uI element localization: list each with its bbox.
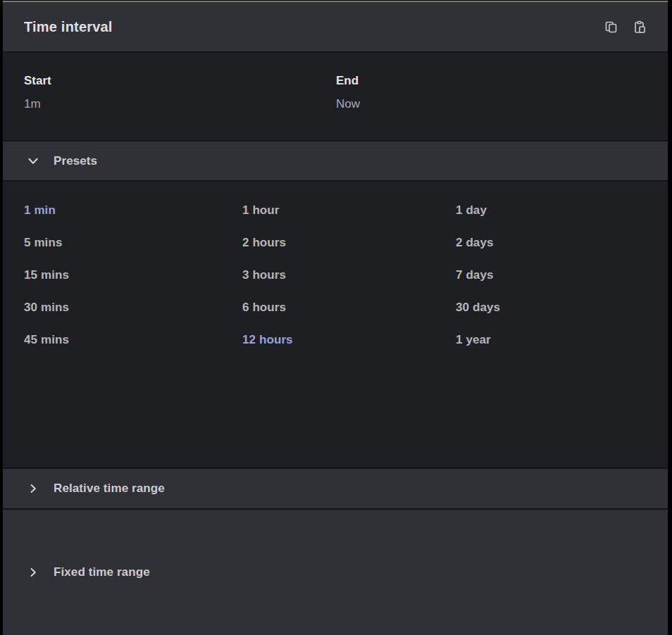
section-relative-label: Relative time range xyxy=(54,482,165,496)
section-relative-header[interactable]: Relative time range xyxy=(3,469,668,508)
presets-column-hours: 1 hour 2 hours 3 hours 6 hours 12 hours xyxy=(242,194,456,356)
preset-45-mins[interactable]: 45 mins xyxy=(24,324,242,356)
preset-1-year[interactable]: 1 year xyxy=(456,324,653,356)
preset-1-min[interactable]: 1 min xyxy=(24,194,242,227)
preset-1-day[interactable]: 1 day xyxy=(456,194,653,227)
end-value[interactable]: Now xyxy=(336,97,360,111)
section-presets-header[interactable]: Presets xyxy=(3,142,668,180)
preset-3-hours[interactable]: 3 hours xyxy=(242,259,456,291)
copy-icon xyxy=(604,20,618,34)
preset-30-mins[interactable]: 30 mins xyxy=(24,291,242,324)
presets-column-days: 1 day 2 days 7 days 30 days 1 year xyxy=(456,194,653,356)
preset-7-days[interactable]: 7 days xyxy=(456,259,653,291)
preset-2-days[interactable]: 2 days xyxy=(456,227,653,259)
panel-header: Time interval xyxy=(3,2,668,51)
preset-1-hour[interactable]: 1 hour xyxy=(242,194,456,227)
end-block: End Now xyxy=(336,74,360,111)
paste-button[interactable] xyxy=(633,20,647,34)
chevron-down-icon xyxy=(26,155,40,168)
range-summary: Start 1m End Now xyxy=(3,53,668,140)
section-fixed-label: Fixed time range xyxy=(54,565,150,579)
time-interval-panel: Time interval xyxy=(3,1,668,635)
preset-30-days[interactable]: 30 days xyxy=(456,291,653,324)
header-actions xyxy=(604,20,647,34)
preset-12-hours[interactable]: 12 hours xyxy=(242,324,456,356)
paste-icon xyxy=(633,20,647,34)
section-fixed-header[interactable]: Fixed time range xyxy=(3,510,668,635)
start-label: Start xyxy=(24,74,51,88)
start-value[interactable]: 1m xyxy=(24,97,51,111)
start-block: Start 1m xyxy=(24,74,51,111)
preset-6-hours[interactable]: 6 hours xyxy=(242,291,456,324)
copy-button[interactable] xyxy=(604,20,618,34)
panel-title: Time interval xyxy=(24,19,604,35)
preset-2-hours[interactable]: 2 hours xyxy=(242,227,456,259)
presets-column-minutes: 1 min 5 mins 15 mins 30 mins 45 mins xyxy=(24,194,242,356)
presets-grid: 1 min 5 mins 15 mins 30 mins 45 mins 1 h… xyxy=(3,182,668,467)
end-label: End xyxy=(336,74,360,88)
preset-5-mins[interactable]: 5 mins xyxy=(24,227,242,259)
preset-15-mins[interactable]: 15 mins xyxy=(24,259,242,291)
chevron-right-icon xyxy=(26,567,40,578)
chevron-right-icon xyxy=(26,483,40,494)
section-presets-label: Presets xyxy=(54,154,97,168)
